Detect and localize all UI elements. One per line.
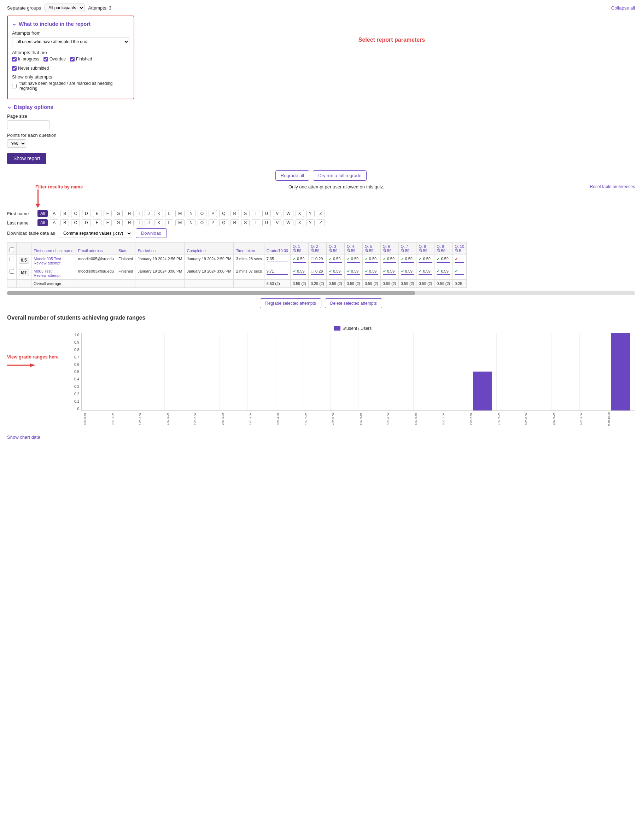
- last-name-t-btn[interactable]: T: [252, 219, 260, 226]
- first-name-s-btn[interactable]: S: [241, 210, 250, 217]
- last-name-a-btn[interactable]: A: [50, 219, 58, 226]
- first-name-y-btn[interactable]: Y: [306, 210, 315, 217]
- row1-completed: January 19 2024 2:59 PM: [185, 255, 233, 267]
- top-bar: Separate groups All participants Attempt…: [7, 3, 635, 12]
- first-name-x-btn[interactable]: X: [295, 210, 304, 217]
- first-name-i-btn[interactable]: I: [136, 210, 143, 217]
- last-name-x-btn[interactable]: X: [295, 219, 304, 226]
- last-name-j-btn[interactable]: J: [144, 219, 152, 226]
- bar-col-1: [109, 333, 137, 410]
- last-name-p-btn[interactable]: P: [209, 219, 217, 226]
- first-name-p-btn[interactable]: P: [209, 210, 217, 217]
- last-name-n-btn[interactable]: N: [186, 219, 196, 226]
- row2-name-link[interactable]: M003 TestReview attempt: [34, 269, 60, 277]
- collapse-all-link[interactable]: Collapse all: [611, 5, 635, 11]
- last-name-l-btn[interactable]: L: [165, 219, 173, 226]
- first-name-j-btn[interactable]: J: [144, 210, 152, 217]
- bar-col-7: [276, 333, 303, 410]
- last-name-d-btn[interactable]: D: [82, 219, 91, 226]
- last-name-z-btn[interactable]: Z: [317, 219, 325, 226]
- first-name-h-btn[interactable]: H: [125, 210, 134, 217]
- first-name-q-btn[interactable]: Q: [219, 210, 228, 217]
- last-name-g-btn[interactable]: G: [114, 219, 123, 226]
- first-name-u-btn[interactable]: U: [262, 210, 271, 217]
- last-name-i-btn[interactable]: I: [136, 219, 143, 226]
- last-name-o-btn[interactable]: O: [198, 219, 206, 226]
- table-header-row: First name / Last name Email address Sta…: [7, 243, 467, 255]
- attempts-from-select[interactable]: all users who have attempted the quiz: [12, 37, 130, 46]
- delete-selected-button[interactable]: Delete selected attempts: [325, 298, 382, 308]
- first-name-w-btn[interactable]: W: [284, 210, 293, 217]
- last-name-s-btn[interactable]: S: [241, 219, 250, 226]
- download-as-label: Download table data as: [7, 230, 55, 236]
- first-name-z-btn[interactable]: Z: [317, 210, 325, 217]
- attempts-table-container: First name / Last name Email address Sta…: [7, 242, 635, 288]
- download-format-select[interactable]: Comma separated values (.csv): [59, 229, 132, 238]
- separate-groups-label: Separate groups: [7, 5, 41, 11]
- last-name-all-btn[interactable]: All: [37, 219, 48, 226]
- first-name-all-btn[interactable]: All: [37, 210, 48, 217]
- first-name-f-btn[interactable]: F: [104, 210, 112, 217]
- last-name-k-btn[interactable]: K: [154, 219, 163, 226]
- avg-q6: 0.59 (2): [380, 280, 399, 288]
- chart-body: 1.0 0.9 0.8 0.7 0.6 0.5 0.4 0.3 0.2 0.1 …: [71, 333, 635, 411]
- select-all-checkbox[interactable]: [10, 248, 14, 252]
- page-size-input[interactable]: 30: [7, 120, 50, 129]
- bar-col-5: [220, 333, 248, 410]
- last-name-y-btn[interactable]: Y: [306, 219, 315, 226]
- participants-select[interactable]: All participants: [45, 3, 84, 12]
- first-name-k-btn[interactable]: K: [154, 210, 163, 217]
- last-name-u-btn[interactable]: U: [262, 219, 271, 226]
- bar-col-11: [386, 333, 413, 410]
- last-name-f-btn[interactable]: F: [104, 219, 112, 226]
- regrade-selected-button[interactable]: Regrade selected attempts: [260, 298, 321, 308]
- th-state: State: [116, 243, 135, 255]
- attempts-that-are-label: Attempts that are: [12, 50, 130, 55]
- last-name-b-btn[interactable]: B: [60, 219, 69, 226]
- checkbox-overdue[interactable]: Overdue: [44, 57, 66, 62]
- last-name-w-btn[interactable]: W: [284, 219, 293, 226]
- dry-run-button[interactable]: Dry run a full regrade: [313, 170, 366, 181]
- svg-marker-1: [30, 363, 36, 367]
- first-name-filter-row: First name All A B C D E F G H I J K L M…: [7, 210, 635, 217]
- last-name-h-btn[interactable]: H: [125, 219, 134, 226]
- last-name-m-btn[interactable]: M: [175, 219, 185, 226]
- bars-container: [81, 333, 635, 411]
- first-name-l-btn[interactable]: L: [165, 210, 173, 217]
- checkbox-never-submitted[interactable]: Never submitted: [12, 66, 49, 71]
- show-report-button[interactable]: Show report: [7, 153, 46, 164]
- x-label-7: 3.50-4.00: [276, 412, 304, 426]
- last-name-q-btn[interactable]: Q: [219, 219, 228, 226]
- last-name-c-btn[interactable]: C: [71, 219, 80, 226]
- first-name-e-btn[interactable]: E: [93, 210, 102, 217]
- last-name-v-btn[interactable]: V: [273, 219, 281, 226]
- download-button[interactable]: Download: [136, 229, 167, 238]
- first-name-m-btn[interactable]: M: [175, 210, 185, 217]
- row2-q2: ☐ 0.29: [308, 267, 326, 280]
- first-name-r-btn[interactable]: R: [230, 210, 239, 217]
- checkbox-regrading[interactable]: that have been regraded / are marked as …: [12, 81, 130, 91]
- chart-legend: Student / Users: [71, 326, 635, 331]
- checkbox-in-progress[interactable]: In progress: [12, 57, 39, 62]
- first-name-d-btn[interactable]: D: [82, 210, 91, 217]
- regrade-all-button[interactable]: Regrade all: [276, 170, 310, 181]
- first-name-c-btn[interactable]: C: [71, 210, 80, 217]
- first-name-n-btn[interactable]: N: [186, 210, 196, 217]
- scroll-indicator[interactable]: [7, 291, 635, 295]
- first-name-g-btn[interactable]: G: [114, 210, 123, 217]
- avg-q2: 0.29 (2): [308, 280, 326, 288]
- first-name-b-btn[interactable]: B: [60, 210, 69, 217]
- th-time: Time taken: [233, 243, 264, 255]
- points-select[interactable]: Yes: [7, 139, 26, 148]
- last-name-e-btn[interactable]: E: [93, 219, 102, 226]
- reset-table-link[interactable]: Reset table preferences: [590, 184, 635, 189]
- row1-name-link[interactable]: Moodle005 TestReview attempt: [34, 257, 61, 265]
- first-name-o-btn[interactable]: O: [198, 210, 206, 217]
- first-name-t-btn[interactable]: T: [252, 210, 260, 217]
- first-name-a-btn[interactable]: A: [50, 210, 58, 217]
- row1-q5: ✔ 0.59: [362, 255, 380, 267]
- first-name-v-btn[interactable]: V: [273, 210, 281, 217]
- last-name-r-btn[interactable]: R: [230, 219, 239, 226]
- show-chart-data-link[interactable]: Show chart data: [7, 435, 40, 440]
- checkbox-finished[interactable]: Finished: [70, 57, 92, 62]
